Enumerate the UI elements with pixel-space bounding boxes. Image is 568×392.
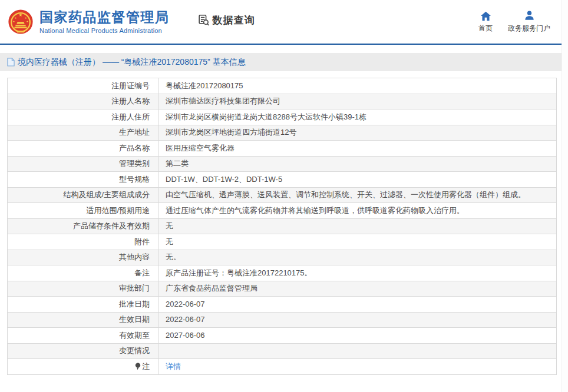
- site-header: ★ ★ ★ ★ ★ 国家药品监督管理局 National Medical Pro…: [0, 0, 568, 44]
- row-value-text: 深圳市德达医疗科技集团有限公司: [166, 97, 280, 105]
- data-query-icon: [197, 14, 210, 26]
- row-label-text: 备注: [134, 268, 150, 277]
- row-label-text: 其他内容: [119, 253, 150, 261]
- national-emblem-logo: ★ ★ ★ ★ ★: [7, 8, 34, 35]
- row-value: 详情: [158, 359, 557, 375]
- row-value-text: 通过压缩气体产生的气流雾化药物并将其输送到呼吸道，供呼吸道雾化药物吸入治疗用。: [166, 206, 464, 215]
- row-value: 广东省食品药品监督管理局: [158, 281, 557, 297]
- table-row: 生效日期2022-06-07: [8, 312, 557, 328]
- row-value-text: 2027-06-06: [166, 331, 205, 340]
- nav-portal-label: 政务服务门户: [508, 24, 550, 34]
- row-value-text: 广东省食品药品监督管理局: [166, 284, 257, 293]
- row-value-text: 医用压缩空气雾化器: [166, 144, 235, 152]
- row-label-text: 管理类别: [119, 159, 150, 168]
- row-value-text: 无。: [166, 253, 181, 261]
- registration-info-table: 注册证编号粤械注准20172080175注册人名称深圳市德达医疗科技集团有限公司…: [7, 78, 557, 375]
- row-label: 注册人住所: [8, 109, 158, 125]
- row-label-text: 注册人名称: [111, 97, 150, 105]
- row-value: 2022-06-07: [158, 297, 557, 313]
- row-value: 无: [158, 234, 557, 250]
- row-value-text: 无: [166, 237, 173, 246]
- table-row: 其他内容无。: [8, 250, 557, 265]
- table-row: 产品名称医用压缩空气雾化器: [8, 141, 557, 157]
- row-label: 适用范围/预期用途: [8, 203, 158, 219]
- org-name-en: National Medical Products Administration: [39, 27, 170, 34]
- detail-link[interactable]: 详情: [166, 362, 181, 371]
- row-value: 医用压缩空气雾化器: [158, 141, 557, 157]
- table-row: 审批部门广东省食品药品监督管理局: [8, 281, 557, 297]
- table-row: 注册人住所深圳市龙岗区横岗街道龙岗大道8288号大运软件小镇39-1栋: [8, 109, 557, 125]
- row-value: 无。: [158, 250, 557, 265]
- row-value-text: 原产品注册证号：粤械注准20172210175。: [166, 268, 312, 277]
- row-value: 通过压缩气体产生的气流雾化药物并将其输送到呼吸道，供呼吸道雾化药物吸入治疗用。: [158, 203, 557, 219]
- row-label: 管理类别: [8, 156, 158, 172]
- table-row: 批准日期2022-06-07: [8, 297, 557, 313]
- table-row: 注册证编号粤械注准20172080175: [8, 78, 557, 94]
- row-label: 产品名称: [8, 141, 158, 157]
- row-value-text: 深圳市龙岗区坪地街道四方埔街道12号: [166, 128, 296, 137]
- row-label: 附件: [8, 234, 158, 250]
- row-value: 2027-06-06: [158, 328, 557, 344]
- document-icon: [7, 58, 15, 67]
- breadcrumb-title-bar: 境内医疗器械（注册） —— “粤械注准20172080175” 基本信息: [0, 53, 562, 71]
- row-label-text: 结构及组成/主要组成成分: [63, 190, 150, 199]
- table-row: 管理类别第二类: [8, 156, 557, 172]
- svg-text:★: ★: [13, 20, 15, 23]
- table-row: 型号规格DDT-1W、DDT-1W-2、DDT-1W-5: [8, 172, 557, 188]
- page: ★ ★ ★ ★ ★ 国家药品监督管理局 National Medical Pro…: [0, 0, 568, 375]
- row-label-text: 产品储存条件及有效期: [73, 221, 150, 230]
- row-label: 其他内容: [8, 250, 158, 265]
- table-row: 备注原产品注册证号：粤械注准20172210175。: [8, 265, 557, 281]
- table-row: 变更情况: [8, 343, 557, 359]
- row-value-text: DDT-1W、DDT-1W-2、DDT-1W-5: [166, 175, 282, 184]
- row-label-text: 适用范围/预期用途: [86, 206, 150, 215]
- table-row: 适用范围/预期用途通过压缩气体产生的气流雾化药物并将其输送到呼吸道，供呼吸道雾化…: [8, 203, 557, 219]
- row-value-text: 2022-06-07: [166, 300, 205, 308]
- row-label: 生效日期: [8, 312, 158, 328]
- nav-home[interactable]: 首页: [478, 11, 493, 34]
- note-balloon-icon: [135, 363, 141, 370]
- data-query-label: 数据查询: [213, 14, 255, 27]
- header-divider: [0, 44, 562, 45]
- row-label: 型号规格: [8, 172, 158, 188]
- row-label: 生产地址: [8, 125, 158, 141]
- row-label-text: 型号规格: [119, 175, 150, 184]
- row-value: DDT-1W、DDT-1W-2、DDT-1W-5: [158, 172, 557, 188]
- row-value: 深圳市龙岗区横岗街道龙岗大道8288号大运软件小镇39-1栋: [158, 109, 557, 125]
- row-label-text: 注册证编号: [111, 81, 150, 90]
- scrollbar-track[interactable]: [562, 0, 568, 392]
- row-label-text: 附件: [134, 237, 150, 246]
- data-query-tab[interactable]: 数据查询: [197, 14, 255, 27]
- row-label-text: 产品名称: [119, 144, 150, 152]
- svg-text:★: ★: [27, 20, 29, 23]
- row-label-text: 有效期至: [119, 331, 150, 340]
- row-value: 粤械注准20172080175: [158, 78, 557, 94]
- row-label: 备注: [8, 265, 158, 281]
- header-nav: 首页 政务服务门户: [478, 11, 550, 34]
- org-names: 国家药品监督管理局 National Medical Products Admi…: [39, 9, 170, 34]
- table-row: 生产地址深圳市龙岗区坪地街道四方埔街道12号: [8, 125, 557, 141]
- row-label-text: 生效日期: [119, 315, 150, 324]
- svg-text:★: ★: [14, 16, 16, 19]
- row-label-text: 审批部门: [119, 284, 150, 293]
- row-value-text: 无: [166, 221, 173, 230]
- table-row: 附件无: [8, 234, 557, 250]
- row-value: 原产品注册证号：粤械注准20172210175。: [158, 265, 557, 281]
- org-name-zh: 国家药品监督管理局: [39, 9, 170, 25]
- row-value: 由空气压缩机、透声薄膜、送风装置、调节和控制系统、开关、过滤器、一次性使用雾化器…: [158, 187, 557, 203]
- row-label: 注册人名称: [8, 94, 158, 109]
- row-value: 第二类: [158, 156, 557, 172]
- home-icon: [480, 11, 491, 21]
- row-label: 批准日期: [8, 297, 158, 313]
- row-value-text: 2022-06-07: [166, 315, 205, 324]
- row-label-text: 变更情况: [119, 346, 150, 355]
- nav-portal[interactable]: 政务服务门户: [508, 11, 550, 34]
- row-value-text: 深圳市龙岗区横岗街道龙岗大道8288号大运软件小镇39-1栋: [166, 112, 366, 121]
- user-icon: [524, 11, 535, 21]
- row-value: 2022-06-07: [158, 312, 557, 328]
- svg-text:★: ★: [25, 16, 27, 19]
- row-label-text: 注册人住所: [111, 112, 150, 121]
- row-label: 变更情况: [8, 343, 158, 359]
- page-title: 境内医疗器械（注册） —— “粤械注准20172080175” 基本信息: [18, 57, 246, 68]
- row-value: 无: [158, 218, 557, 234]
